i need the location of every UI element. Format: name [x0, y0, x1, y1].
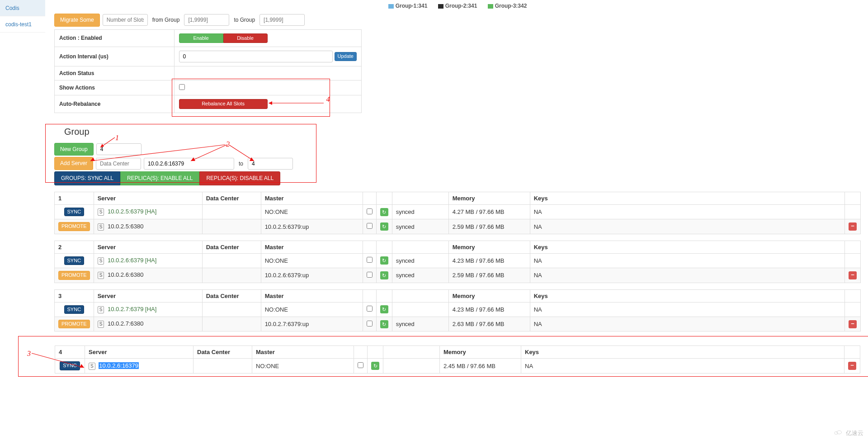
action-status-value: [174, 66, 361, 80]
main-content: Group-1:341 Group-2:341 Group-3:342 Migr…: [45, 0, 868, 390]
update-button[interactable]: Update: [335, 52, 357, 61]
server-addr-input[interactable]: [144, 158, 234, 170]
remove-server-button[interactable]: −: [849, 222, 857, 231]
groups-sync-all-button[interactable]: GROUPS: SYNC ALL: [54, 171, 120, 185]
add-server-button[interactable]: Add Server: [54, 157, 93, 170]
row-checkbox[interactable]: [367, 223, 373, 229]
refresh-icon[interactable]: ↻: [380, 222, 388, 231]
row-checkbox[interactable]: [367, 306, 373, 312]
sync-status: synced: [392, 204, 448, 219]
server-addr: 10.0.2.7:6379 [HA]: [108, 306, 156, 312]
dc-header: Data Center: [202, 192, 261, 204]
remove-server-button[interactable]: −: [849, 320, 857, 328]
refresh-icon[interactable]: ↻: [371, 362, 379, 370]
sync-button[interactable]: SYNC: [64, 208, 85, 216]
master-cell: NO:ONE: [261, 302, 363, 317]
group-table-2: 2ServerData CenterMasterMemoryKeysSYNCS …: [54, 241, 861, 283]
disable-button[interactable]: Disable: [223, 33, 268, 43]
rebalance-all-button[interactable]: Rebalance All Slots: [179, 99, 268, 109]
migrate-from-input[interactable]: [184, 14, 229, 26]
remove-server-button[interactable]: −: [849, 271, 857, 279]
legend-group-1: Group-1:341: [388, 3, 428, 9]
server-badge: S: [98, 306, 104, 313]
server-addr: 10.0.2.5:6379 [HA]: [108, 208, 156, 215]
memory-cell: 2.63 MB / 97.66 MB: [448, 317, 530, 331]
group-section-title: Group: [54, 124, 861, 142]
sync-button[interactable]: SYNC: [60, 361, 80, 370]
to-group-label: to Group: [232, 17, 257, 23]
to-group-input[interactable]: [248, 158, 293, 170]
dc-cell: [202, 302, 261, 317]
migrate-slots-input[interactable]: [103, 14, 148, 26]
replicas-enable-all-button[interactable]: REPLICA(S): ENABLE ALL: [120, 171, 199, 185]
master-cell: 10.0.2.6:6379:up: [261, 268, 363, 283]
action-table: Action : Enabled Enable Disable Action I…: [54, 29, 362, 113]
refresh-icon[interactable]: ↻: [380, 256, 388, 265]
server-badge: S: [98, 321, 104, 328]
memory-cell: 2.59 MB / 97.66 MB: [448, 219, 530, 234]
del-header: [845, 192, 861, 204]
enable-button[interactable]: Enable: [179, 33, 223, 43]
sync-button[interactable]: SYNC: [64, 256, 85, 265]
svg-marker-1: [269, 101, 272, 105]
del-header: [844, 346, 860, 359]
sync-status: synced: [392, 268, 448, 283]
to-label: to: [237, 161, 245, 167]
row-checkbox[interactable]: [367, 272, 373, 278]
sidebar-item-codis-test1[interactable]: codis-test1: [0, 16, 45, 33]
server-badge: S: [98, 257, 104, 265]
group-id-header: 2: [55, 241, 94, 253]
keys-header: Keys: [530, 241, 844, 253]
server-header: Server: [85, 346, 193, 359]
ref-header: [376, 289, 392, 302]
show-actions-checkbox[interactable]: [179, 84, 185, 90]
refresh-icon[interactable]: ↻: [380, 305, 388, 313]
refresh-icon[interactable]: ↻: [380, 208, 388, 216]
chk-header: [363, 241, 376, 253]
server-header: Server: [94, 192, 202, 204]
master-header: Master: [261, 192, 363, 204]
keys-header: Keys: [530, 289, 844, 302]
server-header: Server: [94, 289, 202, 302]
keys-cell: NA: [530, 219, 844, 234]
group-table-3: 3ServerData CenterMasterMemoryKeysSYNCS …: [54, 289, 861, 332]
refresh-icon[interactable]: ↻: [380, 271, 388, 279]
promote-button[interactable]: PROMOTE: [58, 222, 90, 231]
data-center-input[interactable]: [96, 158, 141, 170]
row-checkbox[interactable]: [367, 208, 373, 214]
action-interval-label: Action Interval (us): [55, 47, 175, 66]
new-group-button[interactable]: New Group: [54, 143, 94, 156]
sync-status: synced: [392, 219, 448, 234]
promote-button[interactable]: PROMOTE: [58, 320, 90, 328]
row-checkbox[interactable]: [367, 321, 373, 326]
memory-header: Memory: [448, 289, 530, 302]
sync-button[interactable]: SYNC: [64, 305, 85, 314]
row-checkbox[interactable]: [367, 257, 373, 263]
migrate-to-input[interactable]: [259, 14, 305, 26]
sidebar-item-codis[interactable]: Codis: [0, 0, 45, 16]
memory-cell: 4.23 MB / 97.66 MB: [448, 302, 530, 317]
remove-server-button[interactable]: −: [848, 362, 856, 370]
refresh-icon[interactable]: ↻: [380, 320, 388, 328]
del-header: [845, 241, 861, 253]
row-checkbox[interactable]: [358, 362, 363, 368]
ref-header: [376, 192, 392, 204]
sync-header: [392, 241, 448, 253]
keys-cell: NA: [530, 253, 844, 268]
group-table-4: 4ServerData CenterMasterMemoryKeysSYNCS …: [55, 345, 860, 373]
replicas-disable-all-button[interactable]: REPLICA(S): DISABLE ALL: [199, 171, 280, 185]
dc-cell: [202, 317, 261, 331]
table-row: SYNCS 10.0.2.7:6379 [HA]NO:ONE↻4.23 MB /…: [55, 302, 861, 317]
new-group-id-input[interactable]: [96, 143, 142, 155]
legend-group-2: Group-2:341: [438, 3, 477, 9]
ref-header: [376, 241, 392, 253]
keys-cell: NA: [530, 204, 844, 219]
action-interval-input[interactable]: [179, 51, 333, 62]
ref-header: [368, 346, 383, 359]
migrate-some-button[interactable]: Migrate Some: [54, 14, 100, 27]
memory-header: Memory: [448, 192, 530, 204]
server-addr: 10.0.2.6:6379 [HA]: [108, 257, 156, 264]
keys-cell: NA: [521, 359, 844, 373]
sidebar: Codis codis-test1: [0, 0, 45, 390]
promote-button[interactable]: PROMOTE: [58, 271, 90, 279]
